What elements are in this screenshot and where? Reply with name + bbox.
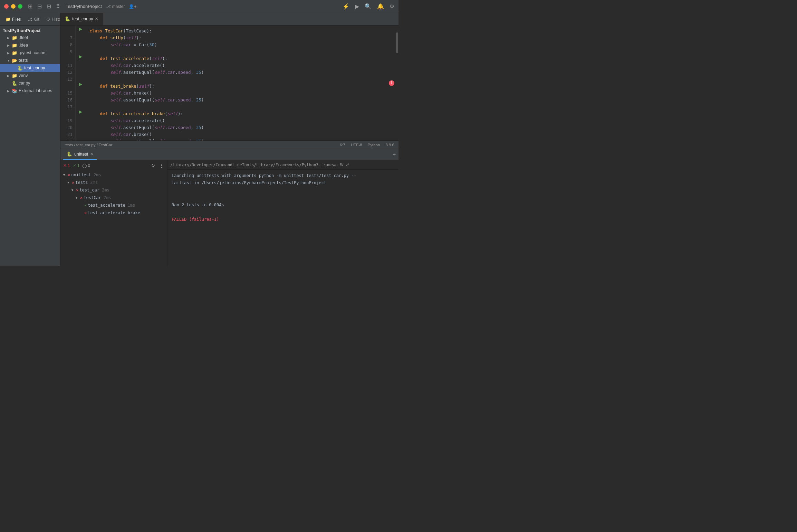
bottom-tabs: 🐍 unittest ✕ + [60,149,398,160]
panels-icon[interactable]: ⊟ [47,3,51,10]
maximize-button[interactable] [18,4,22,9]
code-line: class TestCar(TestCase): [88,28,396,35]
test-duration: 2ms [104,195,111,200]
code-lines: class TestCar(TestCase): def setUp(self)… [85,26,396,140]
tree-item-fleet[interactable]: ▶ 📁 .fleet [0,34,60,41]
tree-item-pytest-cache[interactable]: ▶ 📁 .pytest_cache [0,49,60,57]
output-path: /Library/Developer/CommandLineTools/Libr… [170,162,338,167]
test-toolbar: ✕ 1 ✓ 1 ◯ 0 ↻ ⋮ [60,160,167,171]
tab-git[interactable]: ⎇ Git [25,16,42,23]
test-duration: 1ms [128,203,135,208]
scrollbar-track[interactable] [396,26,398,140]
run-test-brake-button[interactable]: ▶ [79,82,82,87]
tab-git-label: Git [34,17,39,22]
tree-item-label: tests [19,58,28,63]
sidebar-toggle-icon[interactable]: ⊞ [28,3,32,10]
scrollbar-thumb[interactable] [396,32,398,53]
editor-status-bar: tests / test_car.py / TestCar 6:7 UTF-8 … [60,140,398,149]
run-icon[interactable]: ▶ [355,3,359,10]
tree-item-car-py[interactable]: 🐍 car.py [0,79,60,87]
tree-item-idea[interactable]: ▶ 📁 .idea [0,41,60,49]
error-badge: 1 [389,80,394,86]
test-item-tests[interactable]: ▼ ✕ tests 2ms [60,179,167,186]
layout-icon[interactable]: ⊟ [37,3,42,10]
settings-icon[interactable]: ⚙ [390,3,394,10]
expand-output-button[interactable]: ⤢ [346,162,349,167]
tree-item-label: .fleet [19,35,28,40]
code-content: 7 8 9 11 12 13 15 16 17 19 20 21 22 [60,26,398,140]
test-item-test-accelerate[interactable]: ✓ test_accelerate 1ms [60,201,167,209]
run-test-accelerate-brake-button[interactable]: ▶ [79,109,82,114]
editor-tab-test-car[interactable]: 🐍 test_car.py ✕ [60,13,103,25]
tree-item-venv[interactable]: ▶ 📁 venv [0,72,60,79]
tree-item-tests[interactable]: ▼ 📂 tests [0,57,60,64]
status-right: 6:7 UTF-8 Python 3.9.6 [340,143,394,147]
search-icon[interactable]: 🔍 [365,3,372,10]
bottom-panel: 🐍 unittest ✕ + ✕ 1 ✓ 1 [60,149,398,266]
chevron-right-icon: ▶ [7,74,10,78]
tree-item-test-car[interactable]: 🐍 test_car.py [0,64,60,72]
tab-close-button[interactable]: ✕ [95,17,98,21]
tab-files[interactable]: 📁 Files [3,16,23,23]
test-name: TestCar [84,195,101,200]
bell-icon[interactable]: 🔔 [377,3,384,10]
tab-files-label: Files [12,17,21,22]
refresh-output-button[interactable]: ↻ [340,162,344,167]
tab-history[interactable]: ⏱ History [44,16,60,23]
lightning-icon[interactable]: ⚡ [343,3,349,10]
files-icon: 📁 [6,17,11,22]
output-panel: /Library/Developer/CommandLineTools/Libr… [167,160,398,266]
bottom-tab-close-button[interactable]: ✕ [90,152,93,156]
library-icon: 📚 [12,88,17,93]
fail-status-icon: ✕ [72,180,74,185]
close-button[interactable] [4,4,9,9]
pass-status-icon: ✓ [84,203,87,208]
editor-tab-label: test_car.py [72,17,93,21]
rerun-button[interactable]: ↻ [151,163,155,168]
test-panel: ✕ 1 ✓ 1 ◯ 0 ↻ ⋮ [60,160,167,266]
toolbar-icons: ⊞ ⊟ ⊟ ⠿ [28,3,60,10]
git-icon: ⎇ [28,17,32,22]
add-user-button[interactable]: 👤+ [129,4,136,9]
grid-icon[interactable]: ⠿ [56,3,60,10]
skip-icon: ◯ [82,163,87,168]
run-class-button[interactable]: ▶ [79,27,82,31]
cursor-position: 6:7 [340,143,345,147]
run-test-accelerate-button[interactable]: ▶ [79,54,82,59]
code-line: def test_accelerate_brake(self): [88,110,396,117]
output-content[interactable]: Launching unittests with arguments pytho… [167,170,398,266]
code-line [88,104,396,110]
pass-number: 1 [77,163,80,168]
bottom-content: ✕ 1 ✓ 1 ◯ 0 ↻ ⋮ [60,160,398,266]
chevron-down-icon: ▼ [71,188,75,192]
output-line: FAILED (failures=1) [172,216,394,223]
encoding: UTF-8 [351,143,362,147]
output-toolbar: /Library/Developer/CommandLineTools/Libr… [167,160,398,170]
code-line: self.assertEqual(self.car.speed, 35) [88,124,396,131]
more-options-button[interactable]: ⋮ [159,163,164,168]
editor-area: 🐍 test_car.py ✕ 7 8 9 11 12 13 15 [60,13,398,266]
fail-number: 1 [68,163,70,168]
bottom-tab-label: unittest [74,152,88,157]
branch-selector[interactable]: ⎇ master [106,4,125,9]
folder-icon: 📁 [12,73,17,78]
run-gutter: ▶ ▶ ▶ [76,26,85,140]
breadcrumb: tests / test_car.py / TestCar [65,143,340,147]
skip-count: ◯ 0 [82,163,90,168]
pass-icon: ✓ [73,163,76,168]
test-item-unittest[interactable]: ▼ ✕ unittest 2ms [60,171,167,179]
test-item-testcar[interactable]: ▼ ✕ TestCar 2ms [60,194,167,201]
history-icon: ⏱ [46,17,50,22]
test-item-test-accelerate-brake[interactable]: ✕ test_accelerate_brake [60,209,167,217]
minimize-button[interactable] [11,4,16,9]
add-panel-tab-button[interactable]: + [393,151,396,158]
chevron-down-icon: ▼ [76,196,79,199]
test-item-test-car[interactable]: ▼ ✕ test_car 2ms [60,186,167,194]
tree-item-label: .idea [19,43,28,48]
traffic-lights [4,4,22,9]
bottom-tab-unittest[interactable]: 🐍 unittest ✕ [63,149,97,160]
code-editor[interactable]: 7 8 9 11 12 13 15 16 17 19 20 21 22 [60,26,398,140]
pass-count: ✓ 1 [73,163,80,168]
language: Python [368,143,380,147]
tree-item-ext-libs[interactable]: ▶ 📚 External Libraries [0,87,60,95]
